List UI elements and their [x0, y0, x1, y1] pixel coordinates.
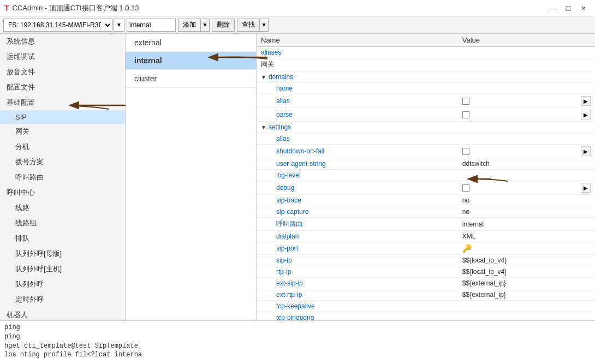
config-checkbox[interactable] — [462, 111, 469, 118]
config-value-cell — [458, 301, 576, 312]
config-name-cell: ext-sip-ip — [257, 278, 458, 289]
table-row: user-agent-stringddtswitch — [257, 158, 595, 170]
profile-item-cluster[interactable]: cluster — [126, 70, 256, 88]
delete-button[interactable]: 删除 — [212, 19, 235, 32]
sidebar-item-callcenter[interactable]: 呼叫中心 — [0, 185, 125, 200]
profile-item-external[interactable]: external — [126, 34, 256, 52]
config-value-cell: XML — [458, 231, 576, 242]
maximize-button[interactable]: □ — [561, 2, 575, 14]
sidebar-item-extension[interactable]: 分机 — [0, 139, 125, 154]
key-icon: 🔑 — [462, 244, 472, 253]
table-row: parse▶ — [257, 108, 595, 122]
sidebar-item-linegroup[interactable]: 线路组 — [0, 216, 125, 231]
table-row: ext-rtp-ip$${external_ip} — [257, 289, 595, 301]
sidebar-item-sysinfo[interactable]: 系统信息 — [0, 34, 125, 49]
config-name-cell: ▼settings — [257, 122, 458, 133]
device-dropdown[interactable]: FS: 192.168.31.145-MiWiFi-R3D-srv<tes — [3, 19, 112, 32]
config-name-cell: name — [257, 83, 458, 94]
table-row: alias▶ — [257, 94, 595, 108]
config-name-cell: ▼domains — [257, 71, 458, 83]
config-name-cell: alias — [257, 94, 458, 108]
expand-arrow-button[interactable]: ▶ — [581, 96, 591, 106]
config-checkbox[interactable] — [462, 184, 469, 192]
title-bar: T CCAdmin - 顶顶通CTI接口客户端 1.0.13 — □ × — [0, 0, 595, 16]
config-value-cell: 🔑 — [458, 242, 576, 255]
config-value-cell: $${local_ip_v4} — [458, 255, 576, 266]
config-name-cell: aliases — [257, 47, 458, 58]
sidebar-item-basic[interactable]: 基础配置 — [0, 95, 125, 110]
search-input[interactable] — [127, 19, 176, 32]
config-value-cell — [458, 133, 576, 145]
table-row: tcp-pingpong — [257, 312, 595, 321]
expand-arrow-button[interactable]: ▶ — [581, 146, 591, 156]
app-title: CCAdmin - 顶顶通CTI接口客户端 1.0.13 — [13, 3, 139, 13]
expand-arrow-button[interactable]: ▶ — [581, 183, 591, 193]
sidebar-item-dialplan[interactable]: 拨号方案 — [0, 154, 125, 170]
close-button[interactable]: × — [576, 2, 591, 14]
config-name-cell: sip-trace — [257, 195, 458, 206]
table-row: ▼settings — [257, 122, 595, 133]
sidebar-item-queue[interactable]: 排队 — [0, 231, 125, 246]
profile-item-internal[interactable]: internal — [126, 52, 256, 70]
sidebar-item-queueout[interactable]: 队列外呼 — [0, 277, 125, 292]
terminal: ping ping hget cti_template@test SipTemp… — [0, 320, 595, 364]
sidebar-item-opsdebug[interactable]: 运维调试 — [0, 49, 125, 64]
sidebar-item-robot[interactable]: 机器人 — [0, 307, 125, 320]
sidebar-item-callroute[interactable]: 呼叫路由 — [0, 170, 125, 185]
add-dropdown-arrow[interactable]: ▼ — [201, 19, 210, 32]
right-panel: Name Value aliases网关▼domainsnamealias▶pa… — [257, 34, 595, 320]
config-name-cell: 呼叫路由 — [257, 218, 458, 231]
table-row: alias — [257, 133, 595, 145]
minimize-button[interactable]: — — [546, 2, 560, 14]
table-row: 网关 — [257, 58, 595, 71]
config-value-cell — [458, 108, 576, 122]
config-name-cell: parse — [257, 108, 458, 122]
config-value-cell — [458, 94, 576, 108]
search-button[interactable]: 查找 — [237, 19, 260, 32]
config-name-cell: dialplan — [257, 231, 458, 242]
config-checkbox[interactable] — [462, 148, 469, 155]
terminal-line-2: ping — [4, 332, 591, 342]
sidebar-item-queueout-old[interactable]: 队列外呼[母版] — [0, 246, 125, 261]
config-name-cell: 网关 — [257, 58, 458, 71]
device-selector: FS: 192.168.31.145-MiWiFi-R3D-srv<tes ▼ — [3, 19, 124, 32]
config-value-cell — [458, 312, 576, 321]
window-controls: — □ × — [546, 2, 591, 14]
config-value-cell — [458, 122, 576, 133]
terminal-line-4: loa nting profile fil<?lcat interna — [4, 350, 591, 360]
config-table: Name Value aliases网关▼domainsnamealias▶pa… — [257, 34, 595, 320]
sidebar-item-audio[interactable]: 放音文件 — [0, 64, 125, 80]
config-value-cell: no — [458, 195, 576, 206]
sidebar-item-line[interactable]: 线路 — [0, 200, 125, 216]
config-value-cell: $${external_ip} — [458, 289, 576, 301]
table-row: ▼domains — [257, 71, 595, 83]
col-value-header: Value — [458, 34, 576, 47]
add-button[interactable]: 添加 — [178, 19, 201, 32]
config-checkbox[interactable] — [462, 98, 469, 105]
sidebar-item-network[interactable]: 网关 — [0, 124, 125, 139]
table-row: rtp-ip$${local_ip_v4} — [257, 266, 595, 278]
expand-arrow-button[interactable]: ▶ — [581, 110, 591, 120]
table-row: ext-sip-ip$${external_ip} — [257, 278, 595, 289]
device-dropdown-arrow[interactable]: ▼ — [114, 19, 124, 32]
sidebar-item-schedcall[interactable]: 定时外呼 — [0, 292, 125, 307]
main-layout: 系统信息 运维调试 放音文件 配置文件 基础配置 SIP 网关 分机 拨号方案 … — [0, 34, 595, 320]
search-dropdown-arrow[interactable]: ▼ — [260, 19, 269, 32]
config-name-cell: log-level — [257, 170, 458, 181]
table-row: sip-traceno — [257, 195, 595, 206]
table-row: aliases — [257, 47, 595, 58]
col-name-header: Name — [257, 34, 458, 47]
config-name-cell: user-agent-string — [257, 158, 458, 170]
sidebar-item-sip[interactable]: SIP — [0, 110, 125, 124]
table-row: 呼叫路由internal — [257, 218, 595, 231]
config-name-cell: alias — [257, 133, 458, 145]
sidebar-item-config[interactable]: 配置文件 — [0, 80, 125, 95]
config-value-cell: no — [458, 206, 576, 218]
config-value-cell: internal — [458, 218, 576, 231]
config-value-cell — [458, 83, 576, 94]
sidebar-item-queueout-main[interactable]: 队列外呼[主机] — [0, 261, 125, 277]
table-row: name — [257, 83, 595, 94]
config-name-cell: shutdown-on-fail — [257, 145, 458, 158]
table-row: sip-ip$${local_ip_v4} — [257, 255, 595, 266]
app-logo: T — [4, 4, 9, 13]
